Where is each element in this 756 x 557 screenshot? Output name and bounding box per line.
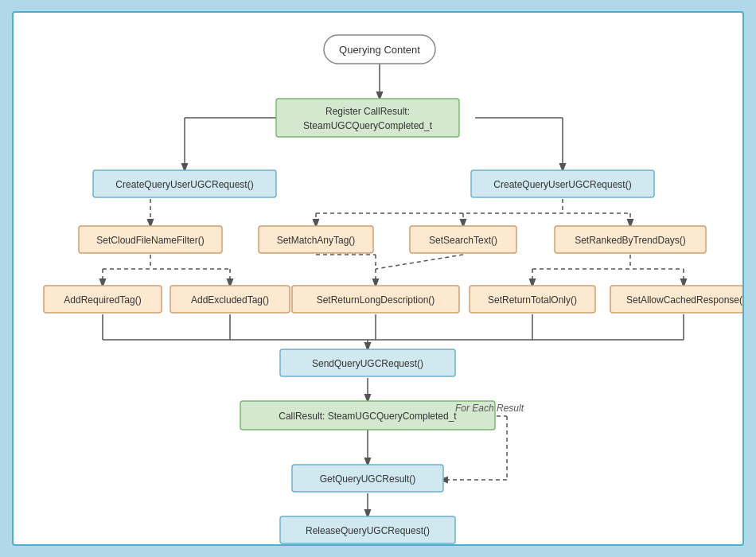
svg-text:SetReturnLongDescription(): SetReturnLongDescription() — [317, 294, 435, 306]
svg-text:CreateQueryUserUGCRequest(): CreateQueryUserUGCRequest() — [493, 179, 631, 190]
for-each-result-label: For Each Result — [455, 403, 524, 414]
svg-text:SetAllowCachedResponse(): SetAllowCachedResponse() — [626, 294, 742, 306]
diagram-svg: Querying Content Register CallResult: St… — [14, 13, 742, 544]
svg-text:SetCloudFileNameFilter(): SetCloudFileNameFilter() — [96, 235, 204, 246]
node-set-search: SetSearchText() — [410, 226, 516, 253]
svg-text:AddRequiredTag(): AddRequiredTag() — [64, 294, 141, 306]
node-querying-content: Querying Content — [324, 35, 435, 64]
diagram-container: Querying Content Register CallResult: St… — [12, 11, 744, 546]
svg-text:Querying Content: Querying Content — [339, 44, 420, 56]
svg-text:Register CallResult:: Register CallResult: — [325, 106, 410, 117]
node-create-query-left: CreateQueryUserUGCRequest() — [93, 170, 276, 197]
node-create-query-right: CreateQueryUserUGCRequest() — [471, 170, 654, 197]
node-release-query: ReleaseQueryUGCRequest() — [280, 516, 455, 543]
node-set-match: SetMatchAnyTag() — [259, 226, 373, 253]
svg-text:CallResult: SteamUGCQueryCompl: CallResult: SteamUGCQueryCompleted_t — [279, 411, 457, 422]
svg-text:CreateQueryUserUGCRequest(): CreateQueryUserUGCRequest() — [115, 179, 253, 190]
node-set-return-total: SetReturnTotalOnly() — [470, 286, 595, 313]
svg-text:SetSearchText(): SetSearchText() — [429, 235, 497, 246]
svg-text:ReleaseQueryUGCRequest(): ReleaseQueryUGCRequest() — [306, 525, 430, 536]
svg-text:SetReturnTotalOnly(): SetReturnTotalOnly() — [488, 294, 577, 306]
node-set-allow-cached: SetAllowCachedResponse() — [610, 286, 742, 313]
node-register-callresult: Register CallResult: SteamUGCQueryComple… — [276, 99, 459, 137]
svg-text:SetRankedByTrendDays(): SetRankedByTrendDays() — [575, 235, 686, 246]
svg-text:SetMatchAnyTag(): SetMatchAnyTag() — [277, 235, 356, 246]
node-send-query: SendQueryUGCRequest() — [280, 349, 455, 376]
node-set-ranked: SetRankedByTrendDays() — [555, 226, 706, 253]
node-set-cloud: SetCloudFileNameFilter() — [79, 226, 222, 253]
svg-line-20 — [376, 255, 463, 269]
node-add-excluded: AddExcludedTag() — [170, 286, 290, 313]
svg-text:SteamUGCQueryCompleted_t: SteamUGCQueryCompleted_t — [303, 120, 433, 131]
node-set-return-long: SetReturnLongDescription() — [292, 286, 459, 313]
svg-text:AddExcludedTag(): AddExcludedTag() — [191, 294, 269, 306]
svg-text:GetQueryUGCResult(): GetQueryUGCResult() — [320, 473, 416, 485]
svg-text:SendQueryUGCRequest(): SendQueryUGCRequest() — [312, 358, 423, 369]
node-get-query: GetQueryUGCResult() — [292, 465, 443, 492]
node-add-required: AddRequiredTag() — [44, 286, 162, 313]
